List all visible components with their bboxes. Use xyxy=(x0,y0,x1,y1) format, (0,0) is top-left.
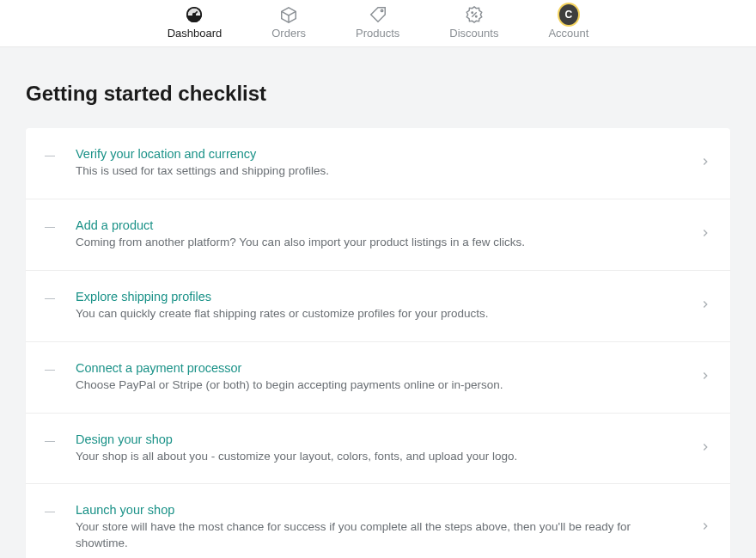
checklist-item-verify-location[interactable]: Verify your location and currency This i… xyxy=(26,128,730,199)
checklist-title: Explore shipping profiles xyxy=(76,290,679,304)
checklist-desc: Choose PayPal or Stripe (or both) to beg… xyxy=(76,377,679,394)
checklist-item-launch-shop[interactable]: Launch your shop Your store will have th… xyxy=(26,484,730,558)
chevron-right-icon xyxy=(699,441,711,457)
svg-point-5 xyxy=(475,16,476,17)
chevron-right-icon xyxy=(699,298,711,314)
top-nav: Dashboard Orders Products xyxy=(0,0,756,47)
checklist-title: Add a product xyxy=(76,218,679,232)
chevron-right-icon xyxy=(699,227,711,242)
nav-label: Account xyxy=(548,27,588,40)
nav-label: Products xyxy=(356,27,399,40)
chevron-right-icon xyxy=(699,156,711,171)
checklist-item-add-product[interactable]: Add a product Coming from another platfo… xyxy=(26,199,730,271)
nav-discounts[interactable]: Discounts xyxy=(449,5,498,40)
status-incomplete-icon xyxy=(45,370,55,371)
checklist-body: Explore shipping profiles You can quickl… xyxy=(76,290,679,322)
checklist-body: Verify your location and currency This i… xyxy=(76,147,679,180)
status-incomplete-icon xyxy=(45,298,55,299)
checklist-body: Connect a payment processor Choose PayPa… xyxy=(76,361,679,394)
percent-badge-icon xyxy=(465,5,484,24)
svg-point-4 xyxy=(472,12,472,13)
status-incomplete-icon xyxy=(45,227,55,228)
nav-dashboard[interactable]: Dashboard xyxy=(168,5,223,40)
checklist-desc: Coming from another platform? You can al… xyxy=(76,235,679,251)
svg-point-3 xyxy=(381,9,382,11)
checklist-desc: Your store will have the most chance for… xyxy=(76,519,679,552)
nav-orders[interactable]: Orders xyxy=(271,5,306,40)
status-incomplete-icon xyxy=(45,156,55,156)
nav-label: Orders xyxy=(271,27,306,40)
checklist-title: Launch your shop xyxy=(76,503,679,517)
checklist-title: Connect a payment processor xyxy=(76,361,679,375)
svg-point-2 xyxy=(193,14,196,16)
checklist-card: Verify your location and currency This i… xyxy=(26,128,730,558)
avatar-icon: C xyxy=(559,5,578,24)
tag-icon xyxy=(369,5,387,24)
chevron-right-icon xyxy=(699,370,711,385)
chevron-right-icon xyxy=(699,520,711,536)
nav-label: Discounts xyxy=(449,27,498,40)
nav-label: Dashboard xyxy=(168,27,223,40)
checklist-item-shipping-profiles[interactable]: Explore shipping profiles You can quickl… xyxy=(26,271,730,342)
page-title: Getting started checklist xyxy=(26,82,730,106)
avatar: C xyxy=(559,4,578,25)
checklist-item-design-shop[interactable]: Design your shop Your shop is all about … xyxy=(26,414,730,485)
status-incomplete-icon xyxy=(45,512,55,512)
checklist-body: Design your shop Your shop is all about … xyxy=(76,432,679,465)
box-icon xyxy=(279,5,298,24)
checklist-desc: Your shop is all about you - customize y… xyxy=(76,449,679,465)
checklist-desc: You can quickly create flat shipping rat… xyxy=(76,306,679,322)
gauge-icon xyxy=(185,5,204,24)
checklist-item-payment-processor[interactable]: Connect a payment processor Choose PayPa… xyxy=(26,342,730,414)
checklist-desc: This is used for tax settings and shippi… xyxy=(76,163,679,180)
checklist-title: Design your shop xyxy=(76,432,679,446)
checklist-body: Launch your shop Your store will have th… xyxy=(76,503,679,552)
status-incomplete-icon xyxy=(45,441,55,442)
checklist-body: Add a product Coming from another platfo… xyxy=(76,218,679,251)
nav-products[interactable]: Products xyxy=(356,5,399,40)
checklist-title: Verify your location and currency xyxy=(76,147,679,161)
page-content: Getting started checklist Verify your lo… xyxy=(0,47,756,558)
nav-account[interactable]: C Account xyxy=(548,5,588,40)
